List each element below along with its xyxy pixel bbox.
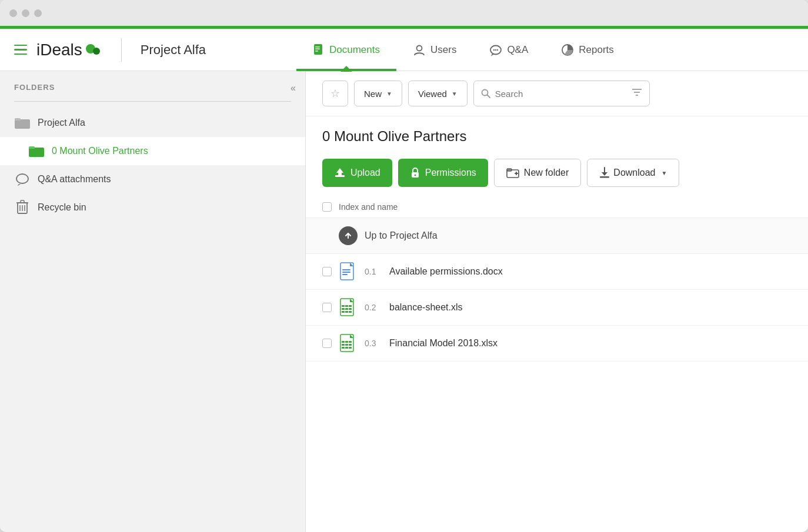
table-row[interactable]: 0.1 Available permissions.docx <box>306 254 808 290</box>
logo-icon <box>85 43 102 57</box>
folder-gray-icon <box>14 116 31 130</box>
permissions-label: Permissions <box>425 168 476 178</box>
file-checkbox[interactable] <box>322 339 332 348</box>
select-all-checkbox[interactable] <box>322 202 332 212</box>
svg-rect-44 <box>342 274 348 275</box>
logo-symbol-icon <box>85 43 102 57</box>
logo: iDeals <box>36 41 102 59</box>
upload-icon <box>334 167 346 179</box>
svg-point-10 <box>497 49 498 50</box>
svg-point-6 <box>416 45 422 51</box>
search-icon <box>481 89 490 98</box>
file-index: 0.2 <box>365 303 382 312</box>
svg-point-1 <box>93 48 100 55</box>
sidebar-item-label: Q&A attachments <box>38 174 111 185</box>
chevron-down-icon: ▼ <box>386 91 392 97</box>
hamburger-button[interactable] <box>14 45 27 55</box>
trash-icon <box>14 199 31 216</box>
svg-rect-48 <box>345 305 348 307</box>
xlsx-file-icon <box>339 334 358 353</box>
download-chevron-icon: ▼ <box>661 170 667 176</box>
file-list-header: Index and name <box>306 196 808 218</box>
sidebar-collapse-button[interactable]: « <box>291 83 296 93</box>
svg-rect-53 <box>342 311 345 313</box>
svg-rect-42 <box>342 269 350 270</box>
svg-rect-38 <box>600 176 609 178</box>
table-row[interactable]: 0.2 balance-sheet.xls <box>306 290 808 326</box>
new-folder-icon <box>506 168 519 178</box>
star-icon: ☆ <box>330 87 340 100</box>
svg-rect-13 <box>15 118 21 121</box>
sidebar-item-label: 0 Mount Olive Partners <box>52 146 148 156</box>
svg-point-9 <box>495 49 496 50</box>
minimize-button[interactable] <box>22 9 29 17</box>
header-left: iDeals Project Alfa <box>14 38 296 62</box>
chevron-down-icon: ▼ <box>452 91 458 97</box>
tab-documents-label: Documents <box>329 44 380 56</box>
sidebar-item-recycle-bin[interactable]: Recycle bin <box>0 193 305 222</box>
filter-button[interactable] <box>632 88 642 99</box>
docx-file-icon <box>339 262 358 281</box>
header: iDeals Project Alfa <box>0 29 808 71</box>
download-button[interactable]: Download ▼ <box>587 159 679 187</box>
viewed-dropdown-button[interactable]: Viewed ▼ <box>408 81 468 106</box>
svg-rect-58 <box>342 341 345 343</box>
svg-marker-37 <box>602 172 607 176</box>
table-row[interactable]: Up to Project Alfa <box>306 218 808 254</box>
xlsx-icon <box>340 334 356 353</box>
star-button[interactable]: ☆ <box>322 81 348 106</box>
header-divider <box>121 38 122 62</box>
svg-point-8 <box>493 49 495 50</box>
sidebar-item-label: Project Alfa <box>38 118 85 128</box>
file-checkbox[interactable] <box>322 303 332 312</box>
lock-icon <box>410 167 420 179</box>
maximize-button[interactable] <box>34 9 42 17</box>
close-button[interactable] <box>9 9 17 17</box>
svg-rect-43 <box>342 272 350 273</box>
svg-rect-64 <box>342 347 345 349</box>
tab-qa-label: Q&A <box>507 44 528 56</box>
sidebar-item-qa-attachments[interactable]: Q&A attachments <box>0 165 305 193</box>
file-name: balance-sheet.xls <box>389 302 463 313</box>
tab-qa[interactable]: Q&A <box>473 29 545 71</box>
file-checkbox[interactable] <box>322 267 332 276</box>
sidebar-item-mount-olive[interactable]: 0 Mount Olive Partners <box>0 137 305 165</box>
filter-icon <box>632 88 642 97</box>
tab-users[interactable]: Users <box>396 29 473 71</box>
svg-rect-60 <box>349 341 352 343</box>
svg-rect-5 <box>315 51 318 52</box>
tab-reports[interactable]: Reports <box>545 29 630 71</box>
file-list: Index and name Up to Project Alfa <box>306 196 808 532</box>
svg-rect-59 <box>345 341 348 343</box>
search-input[interactable] <box>495 89 627 99</box>
new-folder-button[interactable]: New folder <box>494 159 581 187</box>
permissions-button[interactable]: Permissions <box>398 159 488 187</box>
project-name: Project Alfa <box>141 42 206 58</box>
folder-header: 0 Mount Olive Partners <box>306 116 808 154</box>
svg-rect-49 <box>349 305 352 307</box>
up-arrow-icon <box>339 226 358 245</box>
tab-documents[interactable]: Documents <box>296 29 396 71</box>
svg-rect-3 <box>315 46 320 48</box>
svg-rect-12 <box>15 119 30 129</box>
table-row[interactable]: 0.3 Financial Model 2018.xlsx <box>306 326 808 362</box>
documents-icon <box>313 44 325 56</box>
toolbar: ☆ New ▼ Viewed ▼ <box>306 71 808 116</box>
svg-rect-62 <box>345 344 348 346</box>
arrow-up-icon <box>344 232 352 240</box>
upload-label: Upload <box>350 168 380 178</box>
upload-button[interactable]: Upload <box>322 159 392 187</box>
sidebar: « FOLDERS Project Alfa <box>0 71 306 532</box>
search-box <box>473 81 650 106</box>
new-dropdown-button[interactable]: New ▼ <box>354 81 402 106</box>
docx-icon <box>340 262 356 281</box>
sidebar-item-project-alfa[interactable]: Project Alfa <box>0 109 305 137</box>
svg-point-16 <box>16 174 28 183</box>
file-index: 0.1 <box>365 267 382 276</box>
active-tab-indicator <box>296 69 396 71</box>
content-area: « FOLDERS Project Alfa <box>0 71 808 532</box>
main-panel: ☆ New ▼ Viewed ▼ <box>306 71 808 532</box>
svg-rect-65 <box>345 347 348 349</box>
svg-rect-14 <box>29 148 44 157</box>
chat-icon <box>15 172 30 186</box>
